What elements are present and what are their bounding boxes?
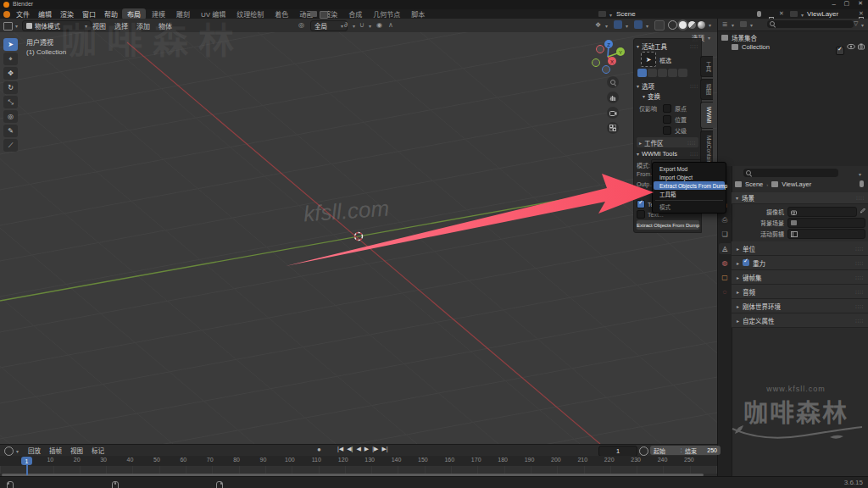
properties-section-header[interactable]: ▸ 键帧集 ∷∷: [732, 270, 868, 285]
properties-section-header[interactable]: ▸ 自定义属性 ∷∷: [732, 313, 868, 328]
extract-objects-button[interactable]: Extract Objects From Dump: [636, 219, 700, 230]
scene-selector[interactable]: Scene: [616, 10, 636, 18]
panel-grip-icon[interactable]: ∷∷: [855, 318, 864, 324]
dropdown-menu-item[interactable]: 工具箱: [654, 190, 725, 198]
timeline-editor-caret[interactable]: ▾: [16, 448, 19, 454]
playback-button[interactable]: ▶: [364, 446, 369, 452]
scene-dropdown-caret[interactable]: ▾: [609, 12, 612, 18]
camera-field[interactable]: [787, 207, 857, 217]
shading-caret[interactable]: ▾: [709, 22, 711, 28]
dropdown-menu-item[interactable]: Export Mod: [654, 164, 725, 173]
timeline-menu-item[interactable]: 插帧: [45, 446, 66, 455]
viewport-3d[interactable]: kfsll.com 用户透视 (1) Collection ➤⌖✥↻⤡◎✎⟋ Z…: [0, 32, 717, 444]
remove-viewlayer-icon[interactable]: ✕: [859, 10, 864, 17]
shading-rendered-icon[interactable]: [698, 21, 705, 29]
viewport-menu-item[interactable]: 选择: [110, 21, 132, 30]
magnet-icon[interactable]: ∪: [359, 21, 364, 29]
visibility-caret[interactable]: ▾: [605, 23, 608, 29]
falloff-icon[interactable]: ∧: [388, 21, 393, 29]
add-workspace-button[interactable]: +: [302, 10, 306, 18]
menu-item[interactable]: 窗口: [78, 9, 100, 19]
pivot-point-icon[interactable]: ◎: [298, 21, 304, 29]
pan-hand-icon[interactable]: [607, 92, 619, 103]
layout-split-icon[interactable]: [320, 11, 328, 19]
option-checkbox[interactable]: [663, 104, 671, 113]
shading-solid-icon[interactable]: [679, 21, 687, 29]
panel-grip-icon[interactable]: ∷∷: [690, 43, 698, 49]
timeline-tracks[interactable]: [0, 466, 717, 474]
unlink-scene-icon[interactable]: ✕: [779, 10, 784, 17]
dropdown-menu-item[interactable]: Import Object: [654, 173, 725, 181]
wwmi-checkbox-unchecked[interactable]: [637, 210, 645, 219]
perspective-toggle-icon[interactable]: [607, 122, 619, 134]
properties-tab[interactable]: ◍: [719, 258, 731, 269]
viewlayer-selector[interactable]: ViewLayer: [807, 10, 838, 18]
panel-grip-icon[interactable]: ∷∷: [690, 83, 698, 89]
breadcrumb-viewlayer[interactable]: ViewLayer: [782, 180, 811, 188]
overlays-caret[interactable]: ▾: [646, 23, 648, 29]
dropdown-menu-item[interactable]: Extract Objects From Dump: [654, 181, 725, 190]
tool-button[interactable]: ◎: [3, 110, 18, 123]
panel-grip-icon[interactable]: ∷∷: [855, 246, 864, 252]
camera-view-icon[interactable]: [607, 107, 619, 119]
filter-caret[interactable]: ▾: [750, 22, 753, 28]
tool-button[interactable]: ⟋: [3, 139, 18, 152]
zoom-icon[interactable]: [607, 76, 619, 88]
properties-section-header[interactable]: ▸ 重力 ∷∷: [732, 256, 868, 270]
active-clip-field[interactable]: [787, 229, 865, 239]
menu-item[interactable]: 帮助: [100, 9, 122, 19]
panel-grip-icon[interactable]: ∷∷: [856, 195, 865, 201]
timeline-menu-item[interactable]: 视图: [66, 446, 87, 455]
tool-button[interactable]: ✥: [3, 67, 18, 80]
snapping-icon[interactable]: ∂: [344, 21, 348, 29]
hide-eye-icon[interactable]: [847, 43, 855, 50]
playhead-line[interactable]: [26, 465, 28, 475]
tool-button[interactable]: ✎: [3, 125, 18, 137]
scene-panel-header[interactable]: ▾ 场景 ∷∷: [732, 192, 868, 204]
background-scene-field[interactable]: [787, 218, 865, 228]
object-visibility-icon[interactable]: ❖: [595, 21, 601, 29]
viewlayer-dropdown-caret[interactable]: ▾: [801, 12, 804, 18]
tool-button[interactable]: ⌖: [3, 53, 18, 65]
sidebar-tab[interactable]: WWMI: [700, 102, 713, 129]
properties-tab[interactable]: ◬: [719, 243, 731, 254]
properties-section-header[interactable]: ▸ 刚体世界环境 ∷∷: [732, 299, 868, 313]
viewport-menu-item[interactable]: 视图: [88, 21, 110, 30]
outliner-search-input[interactable]: [767, 20, 854, 28]
editor-type-icon[interactable]: [3, 22, 13, 30]
maximize-button[interactable]: ▢: [843, 0, 849, 7]
select-subtract-button[interactable]: [658, 69, 667, 77]
scene-collection-row[interactable]: 场景集合: [721, 33, 757, 42]
xray-toggle[interactable]: [654, 20, 665, 30]
wwmi-panel-header[interactable]: ▾WWMI Tools∷∷: [637, 150, 698, 158]
timeline-ruler[interactable]: 1020304050607080901001101201301401501601…: [0, 456, 717, 466]
display-mode-caret[interactable]: ▾: [732, 22, 734, 28]
properties-tab[interactable]: ◌: [719, 286, 731, 297]
collection-exclude-checkbox[interactable]: [836, 47, 844, 55]
option-checkbox[interactable]: [663, 126, 671, 135]
select-extend-button[interactable]: [648, 69, 657, 77]
option-checkbox[interactable]: [663, 115, 671, 124]
funnel-filter-icon[interactable]: ▽: [854, 20, 858, 27]
active-scene-icon[interactable]: [598, 11, 606, 17]
wwmi-checkbox-checked[interactable]: [637, 200, 645, 208]
show-overlays-toggle[interactable]: [634, 20, 643, 29]
playhead[interactable]: 1: [21, 457, 32, 465]
viewlayer-icon[interactable]: [790, 11, 798, 17]
options-panel-header[interactable]: ▾选项∷∷: [637, 81, 698, 91]
disable-render-camera-icon[interactable]: [858, 43, 866, 50]
panel-grip-icon[interactable]: ∷∷: [687, 140, 696, 146]
collection-row[interactable]: Collection: [732, 43, 770, 51]
properties-section-header[interactable]: ▸ 音频 ∷∷: [732, 285, 868, 299]
menu-item[interactable]: 文件: [12, 9, 34, 19]
editor-type-caret[interactable]: ▾: [15, 23, 18, 29]
pin-icon[interactable]: [860, 180, 864, 187]
panel-grip-icon[interactable]: ∷∷: [855, 303, 864, 309]
navigation-gizmo[interactable]: Z Y X: [588, 37, 627, 76]
tool-button[interactable]: ↻: [3, 81, 18, 94]
playback-button[interactable]: |▶: [372, 446, 378, 452]
gizmo-caret[interactable]: ▾: [626, 23, 628, 29]
shading-material-icon[interactable]: [688, 21, 696, 29]
eyedropper-icon[interactable]: [859, 208, 865, 216]
timeline-menu-item[interactable]: 回放: [24, 446, 45, 455]
